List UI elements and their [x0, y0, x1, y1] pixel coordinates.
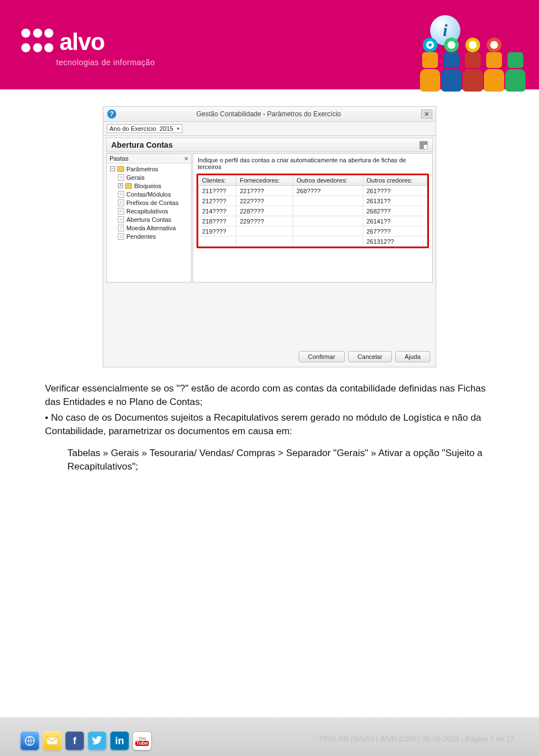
grid-view-button[interactable] [419, 141, 428, 149]
globe-icon[interactable] [20, 731, 39, 750]
tree-item-label: Abertura Contas [126, 216, 171, 223]
year-toolbar: Ano do Exercício 2015 ▾ [103, 122, 436, 136]
help-button[interactable]: Ajuda [395, 351, 430, 362]
tree-root-label: Parâmetros [126, 166, 158, 172]
cell[interactable] [293, 226, 363, 236]
tree-item-moeda[interactable]: Moeda Alternativa [115, 224, 191, 232]
expand-icon[interactable]: + [118, 183, 123, 188]
footer-suffix: | 25-09-2015 | Página 7 de 17 [416, 735, 514, 743]
table-row: 214????228????2682??? [199, 206, 427, 216]
paragraph-2: • No caso de os Documentos sujeitos a Re… [45, 411, 494, 438]
section-title: Abertura Contas [111, 140, 173, 149]
app-window: ? Gestão Contabilidade - Parâmetros do E… [103, 106, 436, 367]
doc-icon [118, 191, 124, 198]
mail-icon[interactable] [43, 731, 62, 750]
col-fornecedores[interactable]: Fornecedores: [236, 175, 293, 186]
col-clientes[interactable]: Clientes: [199, 175, 236, 186]
cell[interactable]: 221???? [236, 186, 293, 196]
close-icon [424, 112, 429, 116]
doc-icon [118, 199, 124, 206]
brand-logo: alvo [21, 29, 104, 56]
cell[interactable]: 26141?? [363, 216, 427, 226]
window-titlebar: ? Gestão Contabilidade - Parâmetros do E… [103, 106, 436, 122]
tree-item-recapitulativos[interactable]: Recapitulativos [115, 207, 191, 215]
window-button-bar: Confirmar Cancelar Ajuda [103, 347, 436, 367]
cell[interactable]: 26131?? [363, 196, 427, 206]
tree-item-bloqueios[interactable]: +Bloqueios [115, 181, 191, 190]
cell[interactable]: 218???? [199, 216, 236, 226]
table-instruction: Indique o perfil das contas a criar auto… [193, 154, 432, 174]
paragraph-1: Verificar essencialmente se os "?" estão… [45, 382, 494, 409]
cell[interactable]: 214???? [199, 206, 236, 216]
cell[interactable] [293, 196, 363, 206]
table-row: 219????267???? [199, 226, 427, 236]
tree-item-abertura[interactable]: Abertura Contas [115, 215, 191, 224]
doc-icon [118, 233, 124, 240]
confirm-button[interactable]: Confirmar [299, 351, 345, 362]
tree-item-prefixos[interactable]: Prefixos de Contas [115, 198, 191, 207]
tree-item-label: Contas/Módulos [126, 191, 171, 198]
footer-text: TP01-PR 09/V03 | alvo.com | 25-09-2015 |… [319, 734, 514, 744]
cell[interactable]: 267???? [363, 226, 427, 236]
year-label: Ano do Exercício [109, 125, 156, 132]
document-body: Verificar essencialmente se os "?" estão… [45, 382, 494, 473]
table-row: 218????229????26141?? [199, 216, 427, 226]
table-row: 211????221????268????261???? [199, 186, 427, 196]
table-pane: Indique o perfil das contas a criar auto… [193, 153, 433, 283]
table-row: 212????222????26131?? [199, 196, 427, 206]
col-credores[interactable]: Outros credores: [363, 175, 427, 186]
folder-icon [125, 183, 132, 189]
cell[interactable] [293, 206, 363, 216]
window-close-button[interactable] [421, 110, 432, 119]
doc-icon [118, 208, 124, 215]
highlighted-table: Clientes: Fornecedores: Outros devedores… [197, 174, 429, 248]
twitter-icon[interactable] [88, 731, 107, 750]
cell[interactable]: 268???? [293, 186, 363, 196]
tree-pane: Pastas × − Parâmetros Gerais +Bloqueios … [106, 153, 191, 283]
cell[interactable] [236, 226, 293, 236]
cancel-button[interactable]: Cancelar [348, 351, 392, 362]
people-illustration [421, 52, 528, 92]
tree-close-button[interactable]: × [185, 155, 188, 162]
cell[interactable] [199, 236, 236, 247]
cell[interactable] [236, 236, 293, 247]
doc-icon [118, 216, 124, 223]
cell[interactable]: 212???? [199, 196, 236, 206]
tree-item-label: Prefixos de Contas [126, 199, 179, 206]
window-title: Gestão Contabilidade - Parâmetros do Exe… [116, 110, 421, 118]
col-devedores[interactable]: Outros devedores: [293, 175, 363, 186]
cell[interactable]: 261312?? [363, 236, 427, 247]
year-select[interactable]: Ano do Exercício 2015 ▾ [107, 124, 182, 133]
info-glyph: i [443, 21, 447, 40]
collapse-icon[interactable]: − [110, 166, 115, 171]
tree-item-label: Recapitulativos [126, 208, 168, 215]
footer-prefix: TP01-PR 09/V03 | [319, 735, 380, 743]
cell[interactable] [293, 216, 363, 226]
tree-header-label: Pastas [109, 155, 129, 162]
cell[interactable]: 229???? [236, 216, 293, 226]
youtube-icon[interactable]: You Tube [133, 731, 152, 750]
doc-icon [118, 225, 124, 231]
cell[interactable] [293, 236, 363, 247]
accounts-table: Clientes: Fornecedores: Outros devedores… [198, 175, 427, 247]
doc-icon [118, 174, 124, 181]
help-icon[interactable]: ? [107, 110, 116, 119]
tree-item-label: Pendentes [126, 233, 156, 240]
tree-item-gerais[interactable]: Gerais [115, 173, 191, 181]
cell[interactable]: 211???? [199, 186, 236, 196]
footer-domain: alvo.com [380, 734, 416, 743]
tree-item-contas-modulos[interactable]: Contas/Módulos [115, 190, 191, 198]
cell[interactable]: 228???? [236, 206, 293, 216]
tree-item-label: Moeda Alternativa [126, 225, 176, 231]
tree-root[interactable]: − Parâmetros [107, 165, 191, 173]
linkedin-icon[interactable]: in [110, 731, 129, 750]
facebook-icon[interactable]: f [65, 731, 84, 750]
cell[interactable]: 219???? [199, 226, 236, 236]
cell[interactable]: 2682??? [363, 206, 427, 216]
paragraph-3: Tabelas » Gerais » Tesouraria/ Vendas/ C… [67, 447, 494, 473]
cell[interactable]: 222???? [236, 196, 293, 206]
cell[interactable]: 261???? [363, 186, 427, 196]
table-row: 261312?? [199, 236, 427, 247]
tree-item-label: Bloqueios [134, 183, 161, 189]
tree-item-pendentes[interactable]: Pendentes [115, 232, 191, 240]
